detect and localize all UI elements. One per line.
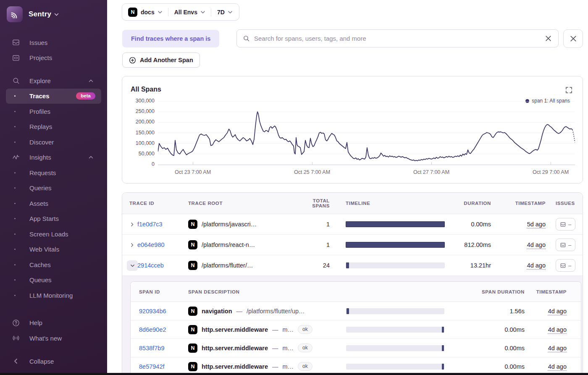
issues-icon	[560, 262, 566, 269]
traces-table-header: TRACE ID TRACE ROOT TOTAL SPANS TIMELINE…	[122, 193, 583, 214]
timeline-bar	[346, 221, 445, 227]
expand-chart-button[interactable]	[565, 87, 572, 94]
nextjs-icon: N	[188, 344, 197, 353]
span-op: navigation	[202, 308, 232, 315]
expand-row-button[interactable]	[129, 241, 136, 249]
total-spans-value: 1	[294, 221, 330, 228]
timestamp-value[interactable]: 4d ago	[548, 363, 567, 370]
col-span-timestamp: TIMESTAMP	[525, 289, 567, 294]
span-id-link[interactable]: 920934b6	[139, 308, 166, 315]
sidebar-section-insights[interactable]: Insights	[0, 150, 107, 165]
chevron-down-icon	[158, 11, 162, 13]
help-icon	[12, 319, 20, 327]
close-icon	[570, 35, 577, 42]
insights-icon	[12, 153, 20, 162]
remove-span-condition-button[interactable]	[563, 29, 583, 48]
timestamp-value[interactable]: 5d ago	[527, 221, 546, 228]
status-badge: ok	[298, 344, 312, 352]
span-detail: /platforms/flutter/up…	[247, 308, 305, 315]
sidebar-item-web-vitals[interactable]: Web Vitals	[0, 242, 107, 257]
clear-search-button[interactable]	[544, 34, 552, 42]
span-search-input[interactable]	[254, 35, 544, 42]
timestamp-value[interactable]: 4d ago	[527, 262, 546, 269]
chevron-up-icon	[89, 79, 93, 82]
chevron-right-icon	[129, 242, 135, 248]
sidebar-item-queues[interactable]: Queues	[0, 273, 107, 288]
trace-row-2914cceb: 2914cceb N/platforms/flutter/… 24 13.21h…	[122, 255, 583, 276]
col-duration: DURATION	[445, 201, 491, 206]
trace-root-text: /platforms/flutter/…	[202, 262, 253, 269]
span-id-link[interactable]: 8d6e90e2	[139, 326, 166, 333]
timestamp-value[interactable]: 4d ago	[548, 308, 567, 315]
trace-row-e064e980: e064e980 N/platforms/react-n… 1 812.00ms…	[122, 235, 583, 255]
sidebar-item-queries[interactable]: Queries	[0, 181, 107, 196]
bullet-icon	[14, 295, 16, 296]
sidebar-item-screen-loads[interactable]: Screen Loads	[0, 226, 107, 242]
issues-count-button[interactable]: –	[556, 239, 575, 251]
timestamp-value[interactable]: 4d ago	[548, 326, 567, 333]
col-span-duration: SPAN DURATION	[444, 289, 525, 294]
trace-id-link[interactable]: f1e0d7c3	[137, 221, 163, 228]
trace-id-link[interactable]: 2914cceb	[137, 262, 164, 269]
timestamp-value[interactable]: 4d ago	[527, 241, 546, 248]
sidebar-item-issues[interactable]: Issues	[0, 35, 107, 50]
sidebar-section-explore[interactable]: Explore	[0, 73, 107, 89]
col-trace-id: TRACE ID	[122, 201, 185, 206]
span-duration-value: 1.56s	[444, 308, 525, 315]
chevron-down-icon	[201, 11, 205, 13]
sidebar-item-caches[interactable]: Caches	[0, 257, 107, 273]
org-switcher[interactable]: Sentry	[0, 0, 107, 23]
bullet-icon	[14, 279, 16, 281]
close-icon	[545, 35, 551, 42]
span-duration-value: 0.00ms	[444, 326, 525, 333]
bullet-icon	[14, 187, 16, 189]
sidebar-item-assets[interactable]: Assets	[0, 196, 107, 211]
sidebar-item-requests[interactable]: Requests	[0, 165, 107, 181]
sidebar-item-llm-monitoring[interactable]: LLM Monitoring	[0, 288, 107, 303]
broadcast-icon	[12, 334, 20, 342]
bullet-icon	[14, 233, 16, 235]
col-span-description: SPAN DESCRIPTION	[184, 289, 346, 294]
issues-icon	[560, 221, 566, 228]
sidebar-item-traces[interactable]: Traces beta	[6, 89, 101, 104]
issues-count-button[interactable]: –	[556, 259, 575, 272]
chevron-down-icon	[228, 11, 232, 13]
span-id-link[interactable]: 8538f7b9	[139, 345, 164, 351]
timestamp-value[interactable]: 4d ago	[548, 345, 567, 351]
sidebar-item-help[interactable]: Help	[0, 315, 107, 331]
add-another-span-button[interactable]: Add Another Span	[122, 52, 200, 68]
org-name: Sentry	[29, 10, 51, 18]
bullet-icon	[14, 111, 16, 112]
duration-value: 0.00ms	[445, 221, 491, 228]
environment-filter[interactable]: All Envs	[174, 9, 205, 16]
chart-x-axis: Oct 23 7:00 AMOct 25 7:00 AMOct 27 7:00 …	[158, 165, 575, 181]
sidebar-item-projects[interactable]: Projects	[0, 50, 107, 66]
sidebar-item-replays[interactable]: Replays	[0, 119, 107, 135]
span-duration-value: 0.00ms	[444, 363, 525, 370]
issues-count-button[interactable]: –	[556, 218, 575, 231]
search-icon	[243, 35, 250, 42]
span-table-header: SPAN ID SPAN DESCRIPTION SPAN DURATION T…	[131, 282, 581, 302]
chevron-down-icon	[54, 13, 59, 16]
total-spans-value: 1	[294, 241, 330, 248]
project-filter[interactable]: N docs	[128, 8, 162, 17]
expand-row-button[interactable]	[129, 221, 136, 228]
col-span-id: SPAN ID	[139, 289, 184, 294]
find-traces-button[interactable]: Find traces where a span is	[122, 30, 219, 47]
sidebar-item-app-starts[interactable]: App Starts	[0, 211, 107, 227]
span-id-link[interactable]: 8e57942f	[139, 363, 164, 370]
sidebar-collapse-button[interactable]: Collapse	[0, 354, 107, 369]
bullet-icon	[14, 203, 16, 204]
span-search-box[interactable]	[236, 29, 559, 47]
date-range-filter[interactable]: 7D	[217, 9, 232, 16]
nextjs-icon: N	[188, 325, 197, 334]
collapse-row-button[interactable]	[127, 260, 138, 271]
all-spans-chart-panel: All Spans span 1: All spans 300,000250,0…	[122, 76, 583, 184]
nextjs-icon: N	[188, 220, 197, 229]
trace-id-link[interactable]: e064e980	[137, 241, 165, 248]
sidebar-item-whats-new[interactable]: What's new	[0, 330, 107, 346]
page-filter-bar: N docs All Envs 7D	[122, 3, 239, 21]
sidebar-item-discover[interactable]: Discover	[0, 134, 107, 150]
sidebar-item-profiles[interactable]: Profiles	[0, 104, 107, 119]
chevron-down-icon	[130, 263, 135, 268]
